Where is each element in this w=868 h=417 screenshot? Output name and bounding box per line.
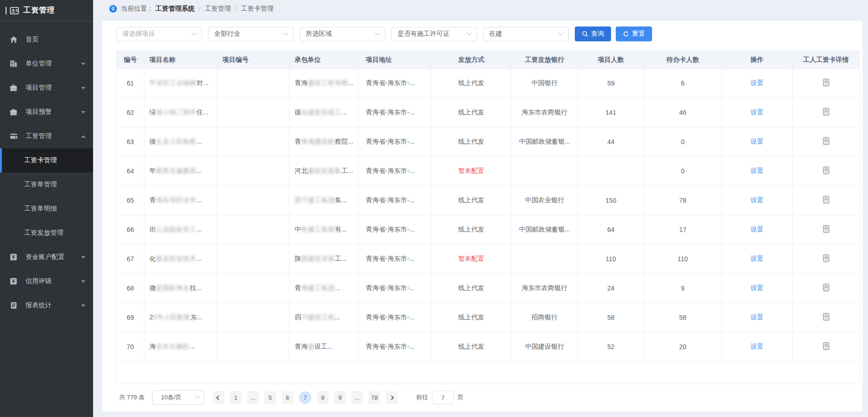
cell-bank: 招商银行 [511,303,578,332]
cell-project-name: 20号小区配套东... [144,303,217,332]
next-page-button[interactable] [386,391,397,404]
search-button[interactable]: 查询 [575,26,611,41]
settings-link[interactable]: 设置 [751,255,764,262]
breadcrumb-item-card[interactable]: 工资卡管理 [241,5,274,13]
sidebar-item-工资管理[interactable]: 工资管理 [0,124,93,148]
filter-select-2[interactable]: 全部行业 [208,27,294,41]
cell-address: 青海省-海东市-... [358,98,431,127]
cell-bank: 中国农业银行 [511,186,578,215]
column-header-项目编号: 项目编号 [217,51,289,69]
caret-down-icon [81,87,86,89]
table-row: 67化隆县职业技术...陕西建筑安装工...青海省-海东市-...暂未配置110… [117,245,860,274]
projects-table: 编号项目名称项目编号承包单位项目地址发放方式工资发放银行项目人数待办卡人数操作工… [116,51,860,384]
card-detail-icon[interactable] [823,313,829,322]
goto-page-input[interactable]: 7 [432,391,454,404]
cell-method: 线上代发 [431,332,511,362]
card-detail-icon[interactable] [823,79,829,88]
content-card: 请选择项目全部行业所选区域是否有施工许可证在建 查询 重置 编号项目名称 [102,21,862,411]
cell-action: 设置 [722,332,793,362]
cell-pending: 0 [644,157,722,186]
page-button-9[interactable]: 9 [334,391,346,404]
page-button-8[interactable]: 8 [317,391,329,404]
card-detail-icon[interactable] [823,166,829,176]
column-header-发放方式: 发放方式 [431,51,511,69]
cell-card-detail [793,245,860,274]
breadcrumb-item-salary[interactable]: 工资管理 [205,5,231,13]
prev-page-button[interactable] [213,391,224,404]
cell-no: 63 [117,127,144,157]
card-detail-icon[interactable] [823,342,829,351]
cell-no: 64 [117,157,144,186]
salary-card-logo-icon [10,6,19,15]
salary-icon [9,132,18,140]
sidebar-item-工资单管理[interactable]: 工资单管理 [0,172,93,197]
sidebar-item-资金账户配置[interactable]: 资金账户配置 [0,245,93,269]
page-ellipsis[interactable]: ... [351,391,363,404]
page-size-select[interactable]: 10条/页 [152,390,204,405]
report-icon [9,302,18,309]
project-icon [9,84,18,92]
card-detail-icon[interactable] [823,196,829,205]
breadcrumb-root[interactable]: 工资管理系统 [155,5,195,13]
filter-select-3[interactable]: 所选区域 [300,27,385,41]
table-row: 66街心花园改造工...中铁建工集团有...青海省-海东市-...线上代发中国邮… [117,215,860,245]
sidebar-item-工资发放管理[interactable]: 工资发放管理 [0,221,93,245]
card-detail-icon[interactable] [823,284,829,293]
settings-link[interactable]: 设置 [751,108,764,116]
sidebar-item-首页[interactable]: 首页 [0,27,93,52]
cell-project-name: 化隆县职业技术... [144,245,217,274]
cell-pending: 17 [644,215,722,245]
cell-no: 70 [117,332,144,362]
page-button-5[interactable]: 5 [264,391,276,404]
cell-bank: 中国邮政储蓄银... [511,127,578,157]
reset-button[interactable]: 重置 [616,26,652,41]
cell-no: 69 [117,303,144,332]
goto-label: 前往 [416,393,428,402]
sidebar-item-单位管理[interactable]: 单位管理 [0,52,93,76]
column-header-承包单位: 承包单位 [289,51,358,69]
cell-no: 67 [117,245,144,274]
sidebar-item-信用评级[interactable]: 信用评级 [0,269,93,293]
cell-contractor: 陕西建筑安装工... [289,245,358,274]
page-button-78[interactable]: 78 [369,391,380,404]
pagination: 共 779 条 10条/页 1...56789...78 前往 7 页 [116,384,848,411]
cell-address: 青海省-海东市-... [358,303,431,332]
page-button-1[interactable]: 1 [230,391,242,404]
settings-link[interactable]: 设置 [751,313,764,321]
cell-action: 设置 [722,127,793,157]
sidebar-item-项目预警[interactable]: 项目预警 [0,100,93,124]
page-button-6[interactable]: 6 [282,391,293,404]
settings-link[interactable]: 设置 [751,343,764,350]
card-detail-icon[interactable] [823,108,829,117]
sidebar-item-报表统计[interactable]: 报表统计 [0,293,93,318]
sidebar-item-工资卡管理[interactable]: 工资卡管理 [0,148,93,172]
settings-link[interactable]: 设置 [751,167,764,174]
page-ellipsis[interactable]: ... [247,391,259,404]
cell-action: 设置 [722,215,793,245]
settings-link[interactable]: 设置 [751,284,764,291]
filter-select-1[interactable]: 请选择项目 [116,27,202,41]
table-row: 63循化县人民检察...青海省建筑勘察院...青海省-海东市-...线上代发中国… [117,127,860,157]
settings-link[interactable]: 设置 [751,79,764,86]
cell-contractor: 循化建筑安装工... [289,98,358,127]
settings-link[interactable]: 设置 [751,138,764,145]
card-detail-icon[interactable] [823,254,829,264]
cell-people: 44 [578,127,644,157]
card-detail-icon[interactable] [823,137,829,146]
sidebar-item-工资单明细[interactable]: 工资单明细 [0,197,93,221]
table-row: 6920号小区配套东...四川建筑工程...青海省-海东市-...线上代发招商银… [117,303,860,332]
chevron-down-icon [195,394,200,399]
filter-select-4[interactable]: 是否有施工许可证 [391,27,477,41]
goto-page: 前往 7 页 [416,391,464,404]
cell-people: 52 [578,332,644,362]
cell-project-name: 绿城小镇二期环住... [144,98,217,127]
table-row: 64年家美克威雅原...河北建筑安装集工...青海省-海东市-...暂未配置0设… [117,157,860,186]
page-button-7[interactable]: 7 [299,391,311,404]
caret-down-icon [81,256,86,258]
settings-link[interactable]: 设置 [751,196,764,204]
sidebar-item-项目管理[interactable]: 项目管理 [0,76,93,100]
filter-select-5[interactable]: 在建 [483,27,569,41]
card-detail-icon[interactable] [823,225,829,234]
chevron-down-icon [283,30,288,35]
settings-link[interactable]: 设置 [751,225,764,233]
